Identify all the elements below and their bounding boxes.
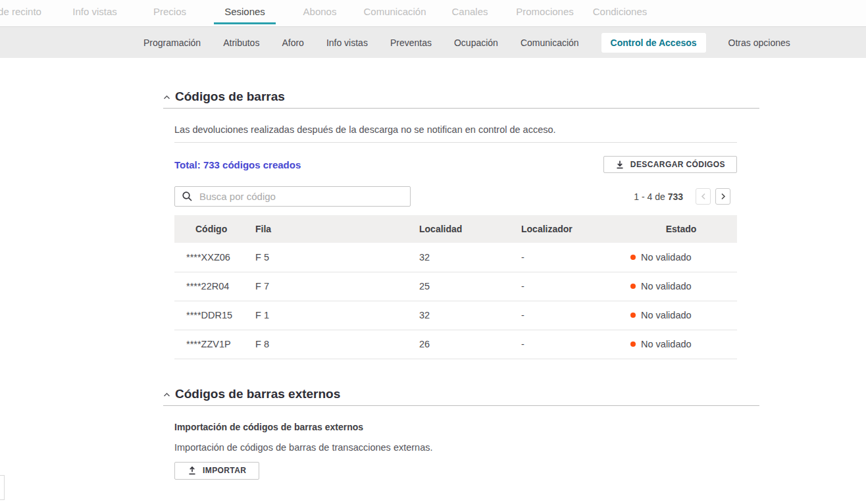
column-header-fila: Fila [255,215,419,243]
cell-fila: F 5 [255,243,419,272]
column-header-codigo: Código [174,215,255,243]
table-header-row: Código Fila Localidad Localizador Estado [174,215,737,243]
cell-codigo: ****ZZV1P [174,330,255,359]
next-page-button[interactable] [715,188,730,205]
download-arrow-icon [615,160,624,169]
download-codes-button[interactable]: DESCARGAR CÓDIGOS [603,156,737,173]
chevron-up-icon[interactable] [163,95,170,100]
import-button[interactable]: IMPORTAR [174,462,259,480]
chevron-up-icon[interactable] [163,392,170,397]
tab-promociones[interactable]: Promociones [507,0,582,26]
upload-arrow-icon [188,466,197,475]
subtab-aforo[interactable]: Aforo [282,38,303,48]
chevron-right-icon [721,193,726,200]
magnifier-icon [182,191,193,202]
cell-localidad: 32 [419,243,521,272]
cell-fila: F 1 [255,301,419,330]
external-subtitle: Importación de códigos de barras externo… [174,422,866,432]
tab-canales[interactable]: Canales [432,0,507,26]
barcodes-table: Código Fila Localidad Localizador Estado… [174,215,737,359]
dot-icon [630,313,636,318]
cell-fila: F 8 [255,330,419,359]
status-badge: No validado [625,310,737,320]
total-codes-label: Total: 733 códigos creados [174,159,301,170]
cell-localizador: - [521,272,625,301]
subtab-atributos[interactable]: Atributos [223,38,259,48]
cell-localizador: - [521,301,625,330]
subtab-comunicacion[interactable]: Comunicación [521,38,579,48]
tab-sesiones[interactable]: Sesiones [207,0,282,26]
dot-icon [630,255,636,260]
column-header-localidad: Localidad [419,215,521,243]
table-row: ****ZZV1P F 8 26 - No validado [174,330,737,359]
tab-abonos[interactable]: Abonos [282,0,357,26]
barcodes-title: Códigos de barras [175,89,285,104]
subtab-control-de-accesos[interactable]: Control de Accesos [601,33,706,53]
cell-localidad: 32 [419,301,521,330]
cell-localizador: - [521,243,625,272]
pagination: 1 - 4 de 733 [634,188,730,205]
cell-codigo: ****XXZ06 [174,243,255,272]
session-subtab-bar: Programación Atributos Aforo Info vistas… [0,26,866,58]
status-badge: No validado [625,281,737,291]
subtab-info-vistas[interactable]: Info vistas [326,38,368,48]
tab-info-vistas[interactable]: Info vistas [57,0,132,26]
external-description: Importación de códigos de barras de tran… [174,442,866,453]
main-content: Códigos de barras Las devoluciones reali… [0,89,866,480]
main-tab-bar: de recinto Info vistas Precios Sesiones … [0,0,866,26]
cell-codigo: ****DDR15 [174,301,255,330]
table-row: ****XXZ06 F 5 32 - No validado [174,243,737,272]
table-row: ****DDR15 F 1 32 - No validado [174,301,737,330]
subtab-ocupacion[interactable]: Ocupación [454,38,498,48]
column-header-localizador: Localizador [521,215,625,243]
barcodes-note: Las devoluciones realizadas después de l… [174,124,866,135]
dot-icon [630,341,636,347]
tab-precios[interactable]: Precios [132,0,207,26]
pagination-range: 1 - 4 de 733 [634,191,683,202]
cell-codigo: ****22R04 [174,272,255,301]
clipped-edge-widget [0,475,5,500]
cell-fila: F 7 [255,272,419,301]
dot-icon [630,284,636,289]
tab-condiciones[interactable]: Condiciones [582,0,657,26]
prev-page-button[interactable] [696,188,711,205]
column-header-estado: Estado [625,215,737,243]
status-badge: No validado [625,339,737,349]
chevron-left-icon [701,193,706,200]
cell-localidad: 26 [419,330,521,359]
tab-de-recinto[interactable]: de recinto [0,0,57,26]
status-badge: No validado [625,252,737,263]
external-barcodes-section: Códigos de barras externos Importación d… [163,387,866,480]
cell-localizador: - [521,330,625,359]
external-title: Códigos de barras externos [175,387,340,401]
search-input[interactable] [199,191,403,202]
barcodes-section: Códigos de barras Las devoluciones reali… [163,89,866,359]
pagination-total: 733 [668,191,683,202]
tab-comunicacion[interactable]: Comunicación [357,0,432,26]
table-row: ****22R04 F 7 25 - No validado [174,272,737,301]
subtab-preventas[interactable]: Preventas [390,38,432,48]
divider [174,142,737,143]
subtab-otras-opciones[interactable]: Otras opciones [728,38,790,48]
subtab-programacion[interactable]: Programación [143,38,201,48]
cell-localidad: 25 [419,272,521,301]
barcodes-section-header: Códigos de barras [163,89,759,109]
search-box [174,186,411,207]
external-section-header: Códigos de barras externos [163,387,759,406]
